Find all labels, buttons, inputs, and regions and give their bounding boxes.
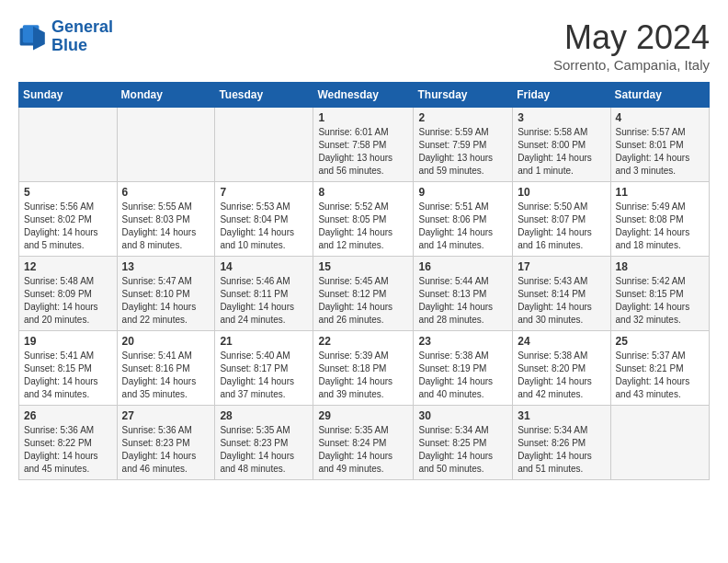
calendar-cell: 18Sunrise: 5:42 AM Sunset: 8:15 PM Dayli… <box>610 257 709 331</box>
calendar-week-4: 19Sunrise: 5:41 AM Sunset: 8:15 PM Dayli… <box>19 331 710 406</box>
day-number: 21 <box>220 335 308 348</box>
day-detail: Sunrise: 5:57 AM Sunset: 8:01 PM Dayligh… <box>616 126 704 178</box>
day-number: 23 <box>418 335 507 348</box>
column-header-tuesday: Tuesday <box>215 83 313 108</box>
day-number: 22 <box>318 335 408 348</box>
column-header-wednesday: Wednesday <box>313 83 414 108</box>
calendar-cell <box>610 406 709 480</box>
calendar-cell: 29Sunrise: 5:35 AM Sunset: 8:24 PM Dayli… <box>313 406 414 480</box>
day-detail: Sunrise: 5:38 AM Sunset: 8:20 PM Dayligh… <box>518 350 605 401</box>
calendar-week-5: 26Sunrise: 5:36 AM Sunset: 8:22 PM Dayli… <box>19 406 710 480</box>
day-detail: Sunrise: 6:01 AM Sunset: 7:58 PM Dayligh… <box>318 126 408 178</box>
day-detail: Sunrise: 5:42 AM Sunset: 8:15 PM Dayligh… <box>616 275 704 327</box>
calendar-cell: 15Sunrise: 5:45 AM Sunset: 8:12 PM Dayli… <box>313 257 414 331</box>
calendar-cell: 23Sunrise: 5:38 AM Sunset: 8:19 PM Dayli… <box>414 331 513 406</box>
day-detail: Sunrise: 5:39 AM Sunset: 8:18 PM Dayligh… <box>318 350 408 401</box>
calendar-cell: 13Sunrise: 5:47 AM Sunset: 8:10 PM Dayli… <box>117 257 215 331</box>
day-detail: Sunrise: 5:40 AM Sunset: 8:17 PM Dayligh… <box>220 350 308 401</box>
calendar-cell: 31Sunrise: 5:34 AM Sunset: 8:26 PM Dayli… <box>513 406 610 480</box>
calendar-cell: 24Sunrise: 5:38 AM Sunset: 8:20 PM Dayli… <box>513 331 610 406</box>
day-number: 3 <box>518 111 605 124</box>
calendar-table: SundayMondayTuesdayWednesdayThursdayFrid… <box>18 82 710 480</box>
day-detail: Sunrise: 5:44 AM Sunset: 8:13 PM Dayligh… <box>418 275 507 327</box>
calendar-cell: 3Sunrise: 5:58 AM Sunset: 8:00 PM Daylig… <box>513 108 610 182</box>
calendar-cell: 14Sunrise: 5:46 AM Sunset: 8:11 PM Dayli… <box>215 257 313 331</box>
calendar-cell: 16Sunrise: 5:44 AM Sunset: 8:13 PM Dayli… <box>414 257 513 331</box>
day-number: 13 <box>122 260 210 273</box>
column-header-sunday: Sunday <box>19 83 118 108</box>
day-detail: Sunrise: 5:45 AM Sunset: 8:12 PM Dayligh… <box>318 275 408 327</box>
day-detail: Sunrise: 5:41 AM Sunset: 8:15 PM Dayligh… <box>24 350 112 401</box>
day-number: 20 <box>122 335 210 348</box>
day-detail: Sunrise: 5:38 AM Sunset: 8:19 PM Dayligh… <box>418 350 507 401</box>
day-detail: Sunrise: 5:47 AM Sunset: 8:10 PM Dayligh… <box>122 275 210 327</box>
day-number: 6 <box>122 186 210 199</box>
day-detail: Sunrise: 5:59 AM Sunset: 7:59 PM Dayligh… <box>418 126 507 178</box>
day-number: 27 <box>122 409 210 422</box>
day-detail: Sunrise: 5:51 AM Sunset: 8:06 PM Dayligh… <box>418 201 507 252</box>
logo-line2: Blue <box>51 36 87 54</box>
day-detail: Sunrise: 5:34 AM Sunset: 8:25 PM Dayligh… <box>418 424 507 476</box>
calendar-cell: 1Sunrise: 6:01 AM Sunset: 7:58 PM Daylig… <box>313 108 414 182</box>
day-number: 15 <box>318 260 408 273</box>
day-detail: Sunrise: 5:52 AM Sunset: 8:05 PM Dayligh… <box>318 201 408 252</box>
column-header-saturday: Saturday <box>610 83 709 108</box>
calendar-cell: 22Sunrise: 5:39 AM Sunset: 8:18 PM Dayli… <box>313 331 414 406</box>
day-number: 19 <box>24 335 112 348</box>
day-detail: Sunrise: 5:48 AM Sunset: 8:09 PM Dayligh… <box>24 275 112 327</box>
day-number: 11 <box>616 186 704 199</box>
calendar-cell: 8Sunrise: 5:52 AM Sunset: 8:05 PM Daylig… <box>313 182 414 257</box>
column-header-monday: Monday <box>117 83 215 108</box>
column-header-friday: Friday <box>513 83 610 108</box>
calendar-cell: 26Sunrise: 5:36 AM Sunset: 8:22 PM Dayli… <box>19 406 118 480</box>
calendar-cell: 28Sunrise: 5:35 AM Sunset: 8:23 PM Dayli… <box>215 406 313 480</box>
day-detail: Sunrise: 5:49 AM Sunset: 8:08 PM Dayligh… <box>616 201 704 252</box>
calendar-cell: 17Sunrise: 5:43 AM Sunset: 8:14 PM Dayli… <box>513 257 610 331</box>
day-number: 30 <box>418 409 507 422</box>
day-number: 2 <box>418 111 507 124</box>
day-number: 29 <box>318 409 408 422</box>
logo-text: General Blue <box>51 18 113 55</box>
calendar-cell: 30Sunrise: 5:34 AM Sunset: 8:25 PM Dayli… <box>414 406 513 480</box>
calendar-cell: 6Sunrise: 5:55 AM Sunset: 8:03 PM Daylig… <box>117 182 215 257</box>
calendar-week-3: 12Sunrise: 5:48 AM Sunset: 8:09 PM Dayli… <box>19 257 710 331</box>
day-detail: Sunrise: 5:37 AM Sunset: 8:21 PM Dayligh… <box>616 350 704 401</box>
calendar-cell: 27Sunrise: 5:36 AM Sunset: 8:23 PM Dayli… <box>117 406 215 480</box>
calendar-cell: 9Sunrise: 5:51 AM Sunset: 8:06 PM Daylig… <box>414 182 513 257</box>
calendar-cell: 20Sunrise: 5:41 AM Sunset: 8:16 PM Dayli… <box>117 331 215 406</box>
calendar-cell: 21Sunrise: 5:40 AM Sunset: 8:17 PM Dayli… <box>215 331 313 406</box>
month-title: May 2024 <box>553 18 710 57</box>
day-detail: Sunrise: 5:35 AM Sunset: 8:23 PM Dayligh… <box>220 424 308 476</box>
title-block: May 2024 Sorrento, Campania, Italy <box>553 18 710 73</box>
svg-marker-2 <box>33 27 45 51</box>
day-detail: Sunrise: 5:34 AM Sunset: 8:26 PM Dayligh… <box>518 424 605 476</box>
calendar-cell: 4Sunrise: 5:57 AM Sunset: 8:01 PM Daylig… <box>610 108 709 182</box>
day-number: 24 <box>518 335 605 348</box>
day-detail: Sunrise: 5:56 AM Sunset: 8:02 PM Dayligh… <box>24 201 112 252</box>
calendar-cell: 19Sunrise: 5:41 AM Sunset: 8:15 PM Dayli… <box>19 331 118 406</box>
day-detail: Sunrise: 5:35 AM Sunset: 8:24 PM Dayligh… <box>318 424 408 476</box>
calendar-cell <box>19 108 118 182</box>
calendar-cell <box>215 108 313 182</box>
calendar-week-1: 1Sunrise: 6:01 AM Sunset: 7:58 PM Daylig… <box>19 108 710 182</box>
day-detail: Sunrise: 5:36 AM Sunset: 8:23 PM Dayligh… <box>122 424 210 476</box>
day-number: 25 <box>616 335 704 348</box>
calendar-cell: 5Sunrise: 5:56 AM Sunset: 8:02 PM Daylig… <box>19 182 118 257</box>
column-header-thursday: Thursday <box>414 83 513 108</box>
calendar-cell: 2Sunrise: 5:59 AM Sunset: 7:59 PM Daylig… <box>414 108 513 182</box>
day-number: 4 <box>616 111 704 124</box>
day-number: 5 <box>24 186 112 199</box>
day-detail: Sunrise: 5:53 AM Sunset: 8:04 PM Dayligh… <box>220 201 308 252</box>
day-number: 26 <box>24 409 112 422</box>
day-number: 14 <box>220 260 308 273</box>
calendar-header-row: SundayMondayTuesdayWednesdayThursdayFrid… <box>19 83 710 108</box>
day-detail: Sunrise: 5:36 AM Sunset: 8:22 PM Dayligh… <box>24 424 112 476</box>
day-detail: Sunrise: 5:55 AM Sunset: 8:03 PM Dayligh… <box>122 201 210 252</box>
day-number: 10 <box>518 186 605 199</box>
calendar-cell: 11Sunrise: 5:49 AM Sunset: 8:08 PM Dayli… <box>610 182 709 257</box>
day-detail: Sunrise: 5:46 AM Sunset: 8:11 PM Dayligh… <box>220 275 308 327</box>
calendar-cell: 10Sunrise: 5:50 AM Sunset: 8:07 PM Dayli… <box>513 182 610 257</box>
day-number: 18 <box>616 260 704 273</box>
day-number: 16 <box>418 260 507 273</box>
day-number: 12 <box>24 260 112 273</box>
